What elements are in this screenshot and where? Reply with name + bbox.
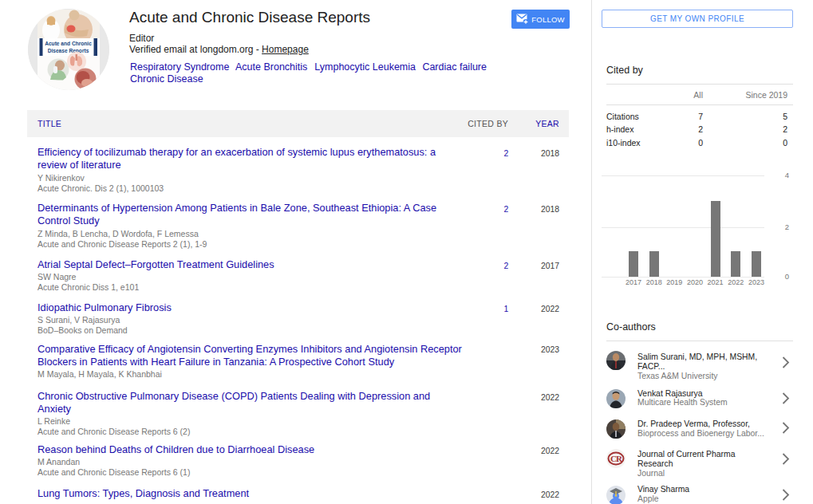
svg-text:Acute and Chronic: Acute and Chronic [45, 41, 92, 46]
svg-text:R: R [616, 454, 623, 463]
svg-text:Disease Reports: Disease Reports [48, 48, 89, 54]
